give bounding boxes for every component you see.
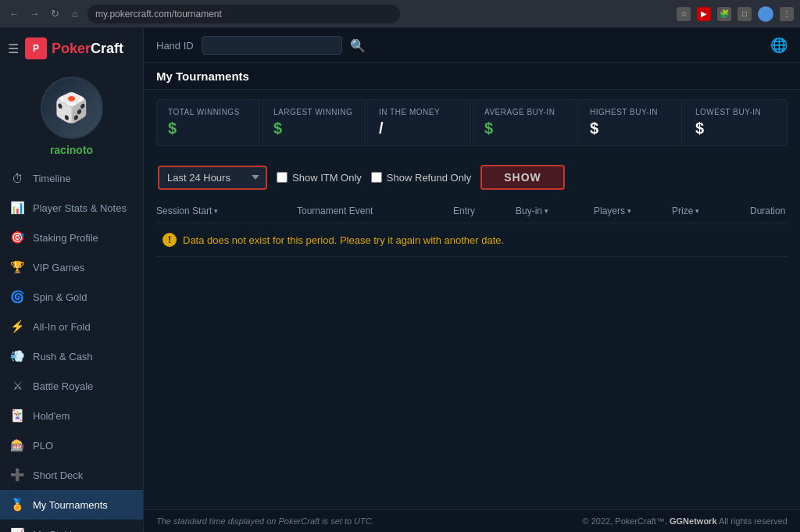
stat-value-lowest-buyin: $ [695, 120, 776, 137]
th-session-start[interactable]: Session Start ▾ [156, 205, 297, 216]
sidebar-item-timeline[interactable]: ⏱ Timeline [0, 164, 143, 193]
sidebar-item-label: My Tournaments [33, 499, 108, 511]
sidebar-nav: ⏱ Timeline 📊 Player Stats & Notes 🎯 Stak… [0, 164, 143, 532]
stat-card-lowest-buyin: LOWEST BUY-IN $ [684, 99, 788, 146]
page-title: My Tournaments [144, 63, 800, 90]
profile-avatar[interactable] [758, 6, 773, 22]
warning-icon: ! [162, 233, 177, 247]
empty-message: Data does not exist for this period. Ple… [183, 234, 504, 246]
sidebar-item-all-in-fold[interactable]: ⚡ All-In or Fold [0, 312, 143, 341]
nav-refresh-button[interactable]: ↻ [47, 6, 62, 22]
sidebar-item-label: Player Stats & Notes [33, 202, 127, 214]
nav-home-button[interactable]: ⌂ [67, 6, 83, 22]
menu-icon[interactable]: ⋮ [780, 7, 794, 21]
th-duration: Duration [750, 205, 800, 216]
gg-network-text: GGNetwork [670, 516, 717, 526]
stat-label-largest-winning: LARGEST WINNING [273, 108, 354, 116]
my-tournaments-icon: 🏅 [9, 498, 25, 512]
sidebar-item-my-staking[interactable]: 📈 My Staking [0, 520, 143, 532]
sidebar-item-rush-cash[interactable]: 💨 Rush & Cash [0, 341, 143, 371]
sidebar-item-label: Battle Royale [33, 380, 93, 392]
sidebar-item-label: Rush & Cash [33, 351, 93, 362]
show-refund-checkbox[interactable] [371, 172, 382, 183]
search-button[interactable]: 🔍 [350, 38, 366, 53]
sidebar-item-player-stats[interactable]: 📊 Player Stats & Notes [0, 193, 143, 223]
brand-name: PokerCraft [52, 41, 123, 57]
sidebar-item-plo[interactable]: 🎰 PLO [0, 430, 143, 460]
sidebar-item-label: Timeline [33, 173, 71, 184]
copyright: © 2022, PokerCraft™, GGNetwork All right… [583, 516, 788, 526]
yt-icon[interactable]: ▶ [697, 7, 711, 21]
sort-icon: ▾ [545, 207, 548, 215]
stat-label-in-the-money: IN THE MONEY [379, 108, 459, 116]
sort-icon: ▾ [627, 207, 631, 215]
logo-icon: P [25, 37, 47, 59]
bookmark-icon[interactable]: ☆ [677, 7, 691, 21]
show-button[interactable]: SHOW [480, 165, 565, 190]
sidebar-item-label: Hold'em [33, 410, 70, 422]
sidebar-item-spin-gold[interactable]: 🌀 Spin & Gold [0, 282, 143, 312]
stat-card-average-buyin: AVERAGE BUY-IN $ [473, 99, 577, 146]
show-itm-checkbox-label[interactable]: Show ITM Only [277, 172, 362, 184]
stat-card-largest-winning: LARGEST WINNING $ [262, 99, 366, 146]
th-entry: Entry [453, 205, 516, 216]
battle-royale-icon: ⚔ [9, 379, 25, 393]
stat-label-average-buyin: AVERAGE BUY-IN [484, 108, 565, 116]
show-refund-label: Show Refund Only [387, 172, 471, 184]
globe-icon[interactable]: 🌐 [770, 37, 788, 54]
sidebar-item-staking-profile[interactable]: 🎯 Staking Profile [0, 223, 143, 252]
show-itm-checkbox[interactable] [277, 172, 288, 183]
browser-icons: ☆ ▶ 🧩 □ ⋮ [677, 6, 794, 22]
timeline-icon: ⏱ [9, 172, 25, 185]
hand-id-input[interactable] [202, 36, 342, 55]
copyright-text: © 2022, PokerCraft™, [583, 516, 670, 526]
stat-card-in-the-money: IN THE MONEY / [367, 99, 471, 146]
url-bar[interactable]: my.pokercraft.com/tournament [88, 5, 400, 23]
brand-logo: P PokerCraft [25, 37, 123, 59]
nav-forward-button[interactable]: → [27, 6, 42, 22]
show-refund-checkbox-label[interactable]: Show Refund Only [371, 172, 471, 184]
stat-label-total-winnings: TOTAL WINNINGS [168, 108, 248, 116]
empty-notice: ! Data does not exist for this period. P… [156, 223, 788, 257]
hand-id-label: Hand ID [156, 40, 194, 52]
th-players[interactable]: Players ▾ [594, 205, 672, 216]
period-dropdown[interactable]: Last 24 HoursLast 7 DaysLast 30 DaysAll … [158, 166, 267, 190]
filter-bar: Last 24 HoursLast 7 DaysLast 30 DaysAll … [144, 155, 800, 199]
show-itm-label: Show ITM Only [292, 172, 362, 184]
sidebar-item-short-deck[interactable]: ➕ Short Deck [0, 460, 143, 490]
app-layout: ☰ P PokerCraft 🎲 racinoto ⏱ Timeline 📊 P… [0, 28, 800, 532]
all-in-fold-icon: ⚡ [9, 320, 25, 334]
rush-cash-icon: 💨 [9, 349, 25, 363]
th-buy-in[interactable]: Buy-in ▾ [516, 205, 594, 216]
ext-icon[interactable]: 🧩 [717, 7, 731, 21]
stat-value-highest-buyin: $ [590, 120, 670, 137]
th-prize[interactable]: Prize ▾ [672, 205, 750, 216]
url-text: my.pokercraft.com/tournament [95, 9, 222, 20]
hamburger-icon[interactable]: ☰ [8, 41, 19, 56]
table-area: Session Start ▾Tournament EventEntryBuy-… [144, 199, 800, 509]
browser-bar: ← → ↻ ⌂ my.pokercraft.com/tournament ☆ ▶… [0, 0, 800, 28]
sidebar-item-vip-games[interactable]: 🏆 VIP Games [0, 252, 143, 282]
username: racinoto [50, 144, 93, 156]
main-content: Hand ID 🔍 🌐 My Tournaments TOTAL WINNING… [144, 28, 800, 532]
sort-icon: ▾ [695, 207, 699, 215]
sidebar-item-holdem[interactable]: 🃏 Hold'em [0, 401, 143, 430]
sidebar-toggle-icon[interactable]: □ [738, 7, 752, 21]
th-tournament-event: Tournament Event [297, 205, 453, 216]
spin-gold-icon: 🌀 [9, 290, 25, 304]
nav-back-button[interactable]: ← [6, 6, 22, 22]
stat-value-in-the-money: / [379, 120, 459, 137]
rights-text: All rights reserved [719, 516, 788, 526]
stat-value-largest-winning: $ [273, 120, 354, 137]
sidebar-item-my-tournaments[interactable]: 🏅 My Tournaments [0, 490, 143, 520]
footer: The standard time displayed on PokerCraf… [144, 509, 800, 532]
stat-value-average-buyin: $ [484, 120, 565, 137]
sidebar-item-label: All-In or Fold [33, 321, 91, 333]
sidebar-header: ☰ P PokerCraft [0, 28, 143, 69]
sidebar-item-label: Spin & Gold [33, 291, 87, 303]
sidebar-item-battle-royale[interactable]: ⚔ Battle Royale [0, 371, 143, 401]
stat-card-total-winnings: TOTAL WINNINGS $ [156, 99, 260, 146]
avatar-section: 🎲 racinoto [0, 69, 143, 164]
vip-games-icon: 🏆 [9, 260, 25, 274]
top-bar: Hand ID 🔍 🌐 [144, 28, 800, 63]
